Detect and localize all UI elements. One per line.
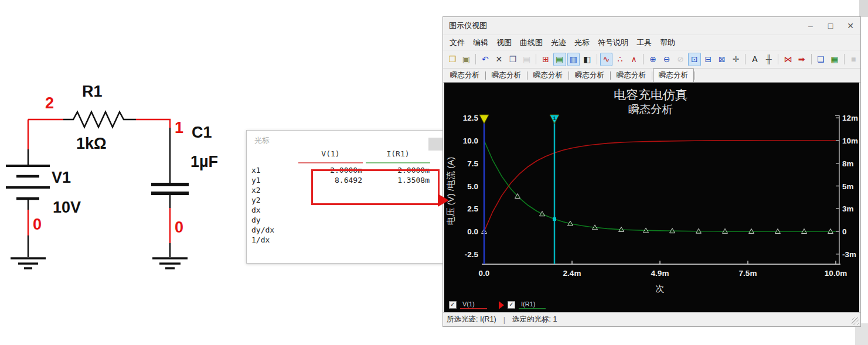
close-button[interactable]: ✕ — [840, 17, 860, 35]
tab-transient-5[interactable]: 瞬态分析 — [653, 69, 694, 82]
resistor-r1[interactable] — [63, 112, 136, 127]
pan-icon[interactable]: ✛ — [730, 53, 743, 66]
menu-item-6[interactable]: 符号说明 — [594, 36, 632, 49]
cursor-v1-value — [282, 206, 362, 216]
zoom-in-icon[interactable]: ⊕ — [646, 53, 659, 66]
svg-text:4.9m: 4.9m — [651, 269, 669, 278]
tab-transient-1[interactable]: 瞬态分析 — [486, 69, 526, 82]
tab-bar: 瞬态分析瞬态分析瞬态分析瞬态分析瞬态分析瞬态分析 — [443, 69, 860, 83]
y-axis-title: 电压 (V) /电流 (A) — [445, 157, 455, 226]
node-label-1: 1 — [175, 119, 183, 136]
cursor-ir1-value — [362, 186, 430, 196]
zoom-y-icon[interactable]: ⊠ — [716, 53, 729, 66]
legend-checkbox-1[interactable]: ✓ — [508, 301, 515, 309]
cursor-ir1-value: 1.3508m — [362, 176, 430, 186]
joined-points-icon[interactable]: ∧ — [628, 53, 641, 66]
status-selected-cursor: 选定的光标: 1 — [512, 315, 557, 324]
tab-transient-4[interactable]: 瞬态分析 — [611, 69, 651, 82]
cursor-row-label: dy/dx — [251, 226, 282, 235]
cursors-icon[interactable]: ╫ — [763, 53, 775, 66]
undo-icon[interactable]: ↶ — [479, 53, 492, 66]
chart-subtitle: 瞬态分析 — [628, 103, 673, 115]
ground-symbol-right[interactable] — [152, 258, 188, 268]
toolbar-separator — [475, 54, 476, 64]
menu-item-2[interactable]: 视图 — [492, 36, 516, 49]
export-icon[interactable]: ➡ — [795, 53, 808, 66]
svg-text:-3m: -3m — [842, 250, 856, 259]
zoom-restore-icon[interactable]: ⊘ — [674, 53, 687, 66]
svg-text:12m: 12m — [842, 114, 858, 122]
cursor-row-label: y1 — [251, 176, 282, 186]
selected-trace-arrow — [499, 301, 504, 309]
zoom-out-icon[interactable]: ⊖ — [661, 53, 673, 66]
legend-item-1[interactable]: I(R1) — [519, 300, 546, 309]
menu-item-4[interactable]: 光迹 — [547, 36, 570, 49]
toolbar-separator — [643, 54, 644, 64]
cursor-v1-value: 2.0000m — [282, 166, 362, 176]
zoom-area-icon[interactable]: ⊡ — [688, 53, 701, 66]
legend-label: V(1) — [460, 300, 475, 308]
legend-item-0[interactable]: V(1) — [460, 300, 487, 309]
grid-icon[interactable]: ⊞ — [539, 53, 552, 66]
invert-colors-icon[interactable]: ◧ — [581, 53, 594, 66]
cursor-v1-value — [282, 235, 362, 245]
menu-item-8[interactable]: 帮助 — [656, 36, 679, 49]
desktop: 2 1 0 0 R1 1kΩ C1 1µF V1 10V 光标 V(1) I(R… — [0, 0, 868, 345]
overlay-traces-icon[interactable]: ⋈ — [781, 53, 794, 66]
cursor-column-v1: V(1) — [298, 149, 363, 158]
legend-checkbox-0[interactable]: ✓ — [449, 301, 457, 309]
stop-icon[interactable]: ■ — [847, 53, 860, 66]
tab-transient-2[interactable]: 瞬态分析 — [528, 69, 568, 82]
delete-icon[interactable]: ✕ — [493, 53, 506, 66]
trace-icon[interactable]: ∿ — [600, 53, 613, 66]
annotation-arrow — [438, 194, 449, 207]
legend-icon[interactable]: ▤ — [553, 53, 566, 66]
cursor-row-label: 1/dx — [251, 235, 282, 245]
svg-text:0.0: 0.0 — [467, 227, 478, 236]
menu-bar: 文件编辑视图曲线图光迹光标符号说明工具帮助 — [443, 35, 860, 50]
svg-text:-2.5: -2.5 — [465, 250, 479, 259]
maximize-button[interactable]: □ — [821, 17, 840, 35]
menu-item-3[interactable]: 曲线图 — [516, 36, 547, 49]
svg-text:1: 1 — [553, 115, 556, 121]
menu-item-7[interactable]: 工具 — [632, 36, 656, 49]
copy-icon[interactable]: ❐ — [506, 53, 519, 66]
save-icon[interactable]: ▣ — [460, 53, 473, 66]
minimize-button[interactable]: – — [801, 17, 821, 35]
cursor-ir1-value — [362, 216, 430, 226]
zoom-x-icon[interactable]: ⊟ — [702, 53, 715, 66]
menu-item-0[interactable]: 文件 — [445, 36, 469, 49]
status-separator: | — [503, 316, 505, 324]
paste-icon[interactable]: ▤ — [520, 53, 533, 66]
resize-grip[interactable] — [852, 317, 859, 325]
battery-v1[interactable] — [6, 149, 50, 210]
x-axis-title: 次 — [656, 283, 665, 293]
menu-item-1[interactable]: 编辑 — [469, 36, 492, 49]
status-bar: 所选光迹: I(R1) | 选定的光标: 1 — [443, 312, 860, 326]
legend-label: I(R1) — [519, 300, 535, 308]
tab-transient-0[interactable]: 瞬态分析 — [445, 69, 485, 82]
svg-text:10.0: 10.0 — [463, 136, 478, 145]
ir1-underline — [366, 162, 430, 163]
open-icon[interactable]: ❒ — [446, 53, 459, 66]
copy-graph-icon[interactable]: ❏ — [814, 53, 827, 66]
svg-text:2.4m: 2.4m — [563, 269, 581, 278]
cursor-row-x2: x2 — [251, 186, 434, 196]
svg-text:5.0: 5.0 — [467, 182, 478, 191]
axes-properties-icon[interactable]: ▥ — [567, 53, 580, 66]
node-label-0-right: 0 — [175, 218, 183, 236]
capacitor-c1[interactable] — [151, 128, 189, 208]
text-icon[interactable]: A — [748, 53, 761, 66]
tab-transient-3[interactable]: 瞬态分析 — [570, 69, 610, 82]
node-label-0-left: 0 — [33, 216, 42, 233]
cursor-row-x1: x12.0000m2.0000m — [251, 166, 434, 176]
excel-export-icon[interactable]: ▦ — [828, 53, 841, 66]
cursor-ir1-value — [362, 235, 430, 245]
toolbar-separator — [745, 54, 746, 64]
tab-separator — [695, 71, 695, 80]
toolbar-separator — [778, 54, 778, 64]
data-points-icon[interactable]: ∴ — [614, 53, 627, 66]
ground-symbol-left[interactable] — [11, 258, 46, 268]
v1-refdes: V1 — [52, 169, 71, 186]
menu-item-5[interactable]: 光标 — [570, 36, 594, 49]
